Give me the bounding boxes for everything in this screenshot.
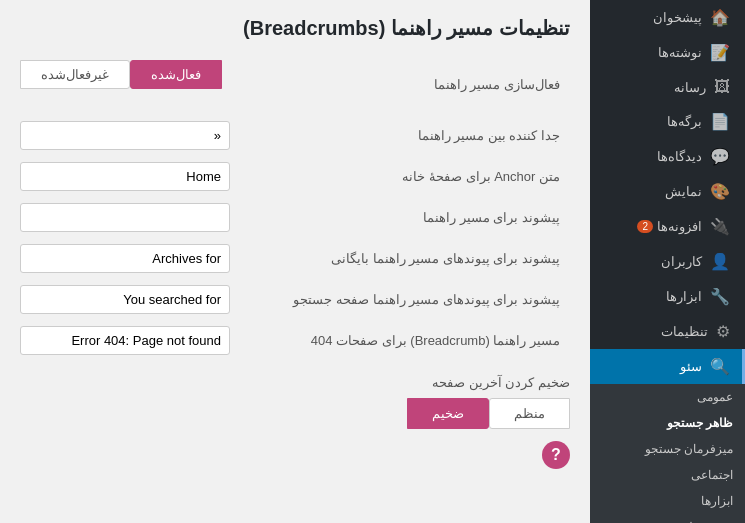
tools-icon: 🔧: [710, 287, 730, 306]
sidebar-item-plugins[interactable]: 🔌 افزونه‌ها 2: [590, 209, 745, 244]
sidebar-item-label: نمایش: [665, 184, 702, 199]
help-button[interactable]: ?: [542, 441, 570, 469]
normal-button[interactable]: منظم: [489, 398, 570, 429]
sidebar: 🏠 پیشخوان 📝 نوشته‌ها 🖼 رسانه 📄 برگه‌ها 💬…: [590, 0, 745, 523]
search-label: پیشوند برای پیوندهای مسیر راهنما صفحه جس…: [230, 292, 570, 307]
error404-label: مسیر راهنما (Breadcrumb) برای صفحات 404: [230, 333, 570, 348]
sidebar-item-inbox[interactable]: 🏠 پیشخوان: [590, 0, 745, 35]
comments-icon: 💬: [710, 147, 730, 166]
sidebar-item-label: پیشخوان: [653, 10, 702, 25]
active-button[interactable]: فعال‌شده: [130, 60, 222, 89]
main-content: تنظیمات مسیر راهنما (Breadcrumbs) فعال‌س…: [0, 0, 590, 523]
search-row: پیشوند برای پیوندهای مسیر راهنما صفحه جس…: [20, 285, 570, 314]
sidebar-item-settings[interactable]: ⚙ تنظیمات: [590, 314, 745, 349]
sidebar-sub-social[interactable]: اجتماعی: [590, 462, 745, 488]
anchor-input[interactable]: [20, 162, 230, 191]
bold-button[interactable]: ضخیم: [407, 398, 489, 429]
users-icon: 👤: [710, 252, 730, 271]
archives-input[interactable]: [20, 244, 230, 273]
prefix-row: پیشوند برای مسیر راهنما: [20, 203, 570, 232]
plugins-badge: 2: [637, 220, 653, 233]
inbox-icon: 🏠: [710, 8, 730, 27]
separator-row: جدا کننده بین مسیر راهنما: [20, 121, 570, 150]
archives-row: پیشوند برای پیوندهای مسیر راهنما بایگانی: [20, 244, 570, 273]
activation-label: فعال‌سازی مسیر راهنما: [222, 77, 570, 92]
sidebar-item-label: رسانه: [674, 80, 706, 95]
prefix-label: پیشوند برای مسیر راهنما: [230, 210, 570, 225]
sidebar-item-seo[interactable]: 🔍 سئو: [590, 349, 745, 384]
plugins-icon: 🔌: [710, 217, 730, 236]
archives-label: پیشوند برای پیوندهای مسیر راهنما بایگانی: [230, 251, 570, 266]
sidebar-sub-tools[interactable]: ابزارها: [590, 488, 745, 514]
search-input[interactable]: [20, 285, 230, 314]
bold-label: ضخیم کردن آخرین صفحه: [20, 375, 570, 390]
bold-toggle: منظم ضخیم: [20, 398, 570, 429]
sidebar-item-media[interactable]: 🖼 رسانه: [590, 70, 745, 104]
page-title: تنظیمات مسیر راهنما (Breadcrumbs): [20, 16, 570, 40]
separator-input[interactable]: [20, 121, 230, 150]
sidebar-item-users[interactable]: 👤 کاربران: [590, 244, 745, 279]
prefix-input[interactable]: [20, 203, 230, 232]
sidebar-item-comments[interactable]: 💬 دیدگاه‌ها: [590, 139, 745, 174]
sidebar-sub-general[interactable]: عمومی: [590, 384, 745, 410]
separator-label: جدا کننده بین مسیر راهنما: [230, 128, 570, 143]
pages-icon: 📄: [710, 112, 730, 131]
sidebar-item-label: تنظیمات: [661, 324, 708, 339]
anchor-label: متن Anchor برای صفحهٔ خانه: [230, 169, 570, 184]
sidebar-item-label: کاربران: [661, 254, 702, 269]
activation-row: فعال‌سازی مسیر راهنما فعال‌شده غیرفعال‌ش…: [20, 60, 570, 109]
inactive-button[interactable]: غیرفعال‌شده: [20, 60, 130, 89]
sidebar-item-label: برگه‌ها: [667, 114, 702, 129]
seo-icon: 🔍: [710, 357, 730, 376]
error404-input[interactable]: [20, 326, 230, 355]
media-icon: 🖼: [714, 78, 730, 96]
anchor-row: متن Anchor برای صفحهٔ خانه: [20, 162, 570, 191]
sidebar-item-posts[interactable]: 📝 نوشته‌ها: [590, 35, 745, 70]
sidebar-item-label: سئو: [680, 359, 702, 374]
error404-row: مسیر راهنما (Breadcrumb) برای صفحات 404: [20, 326, 570, 355]
bold-section: ضخیم کردن آخرین صفحه منظم ضخیم: [20, 375, 570, 429]
sidebar-sub-premium[interactable]: نسخه پولی: [590, 514, 745, 523]
sidebar-sub-search-appearance[interactable]: ظاهر جستجو: [590, 410, 745, 436]
sidebar-item-pages[interactable]: 📄 برگه‌ها: [590, 104, 745, 139]
posts-icon: 📝: [710, 43, 730, 62]
activation-toggle: فعال‌شده غیرفعال‌شده: [20, 60, 222, 89]
sidebar-seo-submenu: عمومی ظاهر جستجو میزفرمان جستجو اجتماعی …: [590, 384, 745, 523]
appearance-icon: 🎨: [710, 182, 730, 201]
sidebar-sub-search-console[interactable]: میزفرمان جستجو: [590, 436, 745, 462]
sidebar-item-appearance[interactable]: 🎨 نمایش: [590, 174, 745, 209]
sidebar-item-label: دیدگاه‌ها: [657, 149, 702, 164]
sidebar-item-label: افزونه‌ها: [657, 219, 702, 234]
sidebar-item-tools[interactable]: 🔧 ابزارها: [590, 279, 745, 314]
sidebar-item-label: نوشته‌ها: [658, 45, 702, 60]
sidebar-item-label: ابزارها: [666, 289, 702, 304]
settings-icon: ⚙: [716, 322, 730, 341]
